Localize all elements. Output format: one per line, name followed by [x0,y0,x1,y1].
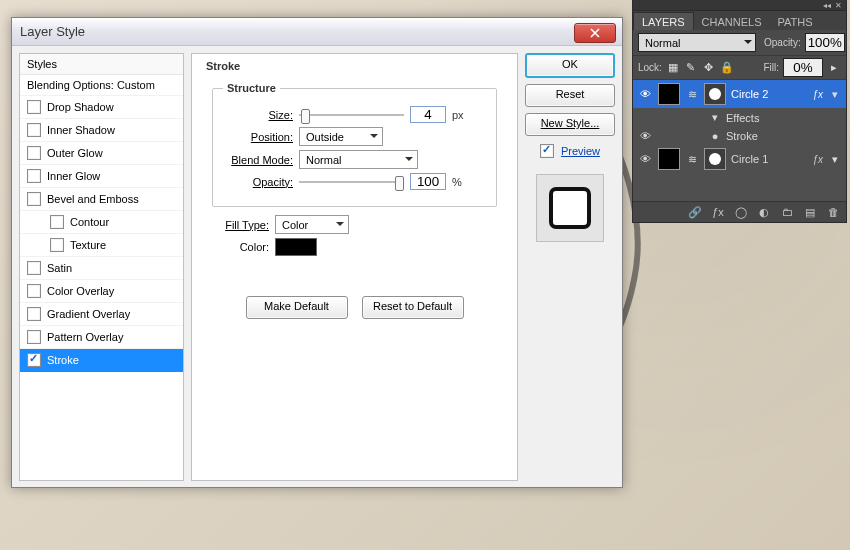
opacity-slider[interactable] [299,175,404,189]
blendmode-label: Blend Mode: [223,154,293,166]
style-row-color-overlay[interactable]: Color Overlay [20,280,183,303]
effect-bullet-icon: ▾ [709,111,721,124]
style-checkbox[interactable] [27,169,41,183]
layer-effect-row[interactable]: ▾Effects [633,108,846,127]
chevron-right-icon[interactable]: ▸ [827,61,841,75]
opacity-unit: % [452,176,462,188]
close-panel-icon[interactable]: ✕ [835,1,842,10]
style-row-stroke[interactable]: Stroke [20,349,183,372]
style-row-inner-shadow[interactable]: Inner Shadow [20,119,183,142]
link-layers-icon[interactable]: 🔗 [688,205,702,219]
link-icon[interactable]: ≋ [685,152,699,166]
size-label: Size: [223,109,293,121]
adjustment-layer-icon[interactable]: ◐ [757,205,771,219]
style-checkbox[interactable] [50,238,64,252]
layers-panel-controls[interactable]: ◂◂ ✕ [633,0,846,11]
styles-heading[interactable]: Styles [20,54,183,75]
style-checkbox[interactable] [27,353,41,367]
layer-effect-row[interactable]: 👁●Stroke [633,127,846,145]
lock-all-icon[interactable]: 🔒 [720,61,734,75]
make-default-button[interactable]: Make Default [246,296,348,319]
layer-blendmode-select[interactable]: Normal [638,33,756,52]
style-label: Stroke [47,354,79,366]
chevron-down-icon[interactable]: ▾ [828,152,842,166]
style-row-drop-shadow[interactable]: Drop Shadow [20,96,183,119]
group-icon[interactable]: 🗀 [780,205,794,219]
stroke-group: Stroke Structure Size: px Position: [202,60,507,319]
style-checkbox[interactable] [27,123,41,137]
layer-mask-icon[interactable]: ◯ [734,205,748,219]
layer-mask-thumbnail[interactable] [704,148,726,170]
style-checkbox[interactable] [27,261,41,275]
layers-panel-footer: 🔗 ƒx ◯ ◐ 🗀 ▤ 🗑 [633,201,846,222]
style-checkbox[interactable] [27,307,41,321]
close-button[interactable] [574,23,616,43]
delete-layer-icon[interactable]: 🗑 [826,205,840,219]
layer-thumbnail[interactable] [658,148,680,170]
layer-opacity-input[interactable] [805,33,845,52]
style-checkbox[interactable] [27,146,41,160]
fx-icon[interactable]: ƒx [711,205,725,219]
reset-to-default-button[interactable]: Reset to Default [362,296,464,319]
blending-options-row[interactable]: Blending Options: Custom [20,75,183,96]
style-checkbox[interactable] [50,215,64,229]
opacity-input[interactable] [410,173,446,190]
new-style-button[interactable]: New Style... [525,113,615,136]
style-row-outer-glow[interactable]: Outer Glow [20,142,183,165]
style-row-pattern-overlay[interactable]: Pattern Overlay [20,326,183,349]
style-checkbox[interactable] [27,100,41,114]
layer-name[interactable]: Circle 1 [731,153,807,165]
style-checkbox[interactable] [27,284,41,298]
layer-fill-input[interactable] [783,58,823,77]
style-label: Outer Glow [47,147,103,159]
collapse-icon[interactable]: ◂◂ [823,1,831,10]
size-slider[interactable] [299,108,404,122]
reset-button[interactable]: Reset [525,84,615,107]
size-input[interactable] [410,106,446,123]
size-unit: px [452,109,464,121]
lock-brush-icon[interactable]: ✎ [684,61,698,75]
tab-paths[interactable]: PATHS [770,13,821,30]
layer-mask-thumbnail[interactable] [704,83,726,105]
layer-row[interactable]: 👁≋Circle 2ƒx▾ [633,80,846,108]
visibility-icon[interactable]: 👁 [637,88,653,100]
style-row-inner-glow[interactable]: Inner Glow [20,165,183,188]
new-layer-icon[interactable]: ▤ [803,205,817,219]
link-icon[interactable]: ≋ [685,87,699,101]
preview-label: Preview [561,145,600,157]
visibility-icon[interactable]: 👁 [637,130,653,142]
blending-options-label: Blending Options: Custom [27,79,155,91]
fx-badge[interactable]: ƒx [812,154,823,165]
color-swatch[interactable] [275,238,317,256]
ok-button[interactable]: OK [525,53,615,78]
filltype-label: Fill Type: [212,219,269,231]
tab-channels[interactable]: CHANNELS [694,13,770,30]
blendmode-select[interactable]: Normal [299,150,418,169]
style-label: Inner Shadow [47,124,115,136]
tab-layers[interactable]: LAYERS [633,12,694,30]
style-checkbox[interactable] [27,192,41,206]
style-checkbox[interactable] [27,330,41,344]
chevron-down-icon[interactable]: ▾ [828,87,842,101]
layer-name[interactable]: Circle 2 [731,88,807,100]
layer-row[interactable]: 👁≋Circle 1ƒx▾ [633,145,846,173]
style-row-bevel-and-emboss[interactable]: Bevel and Emboss [20,188,183,211]
lock-transparent-icon[interactable]: ▦ [666,61,680,75]
style-row-texture[interactable]: Texture [20,234,183,257]
style-row-gradient-overlay[interactable]: Gradient Overlay [20,303,183,326]
style-row-contour[interactable]: Contour [20,211,183,234]
effect-settings-pane: Stroke Structure Size: px Position: [191,53,518,481]
structure-group: Structure Size: px Position: Outside [212,82,497,207]
position-select[interactable]: Outside [299,127,383,146]
visibility-icon[interactable]: 👁 [637,153,653,165]
lock-move-icon[interactable]: ✥ [702,61,716,75]
style-row-satin[interactable]: Satin [20,257,183,280]
fx-badge[interactable]: ƒx [812,89,823,100]
preview-checkbox[interactable] [540,144,554,158]
layer-tree[interactable]: 👁≋Circle 2ƒx▾▾Effects👁●Stroke👁≋Circle 1ƒ… [633,80,846,201]
dialog-titlebar[interactable]: Layer Style [12,18,622,46]
style-label: Gradient Overlay [47,308,130,320]
styles-list[interactable]: Styles Blending Options: Custom Drop Sha… [19,53,184,481]
filltype-select[interactable]: Color [275,215,349,234]
layer-thumbnail[interactable] [658,83,680,105]
